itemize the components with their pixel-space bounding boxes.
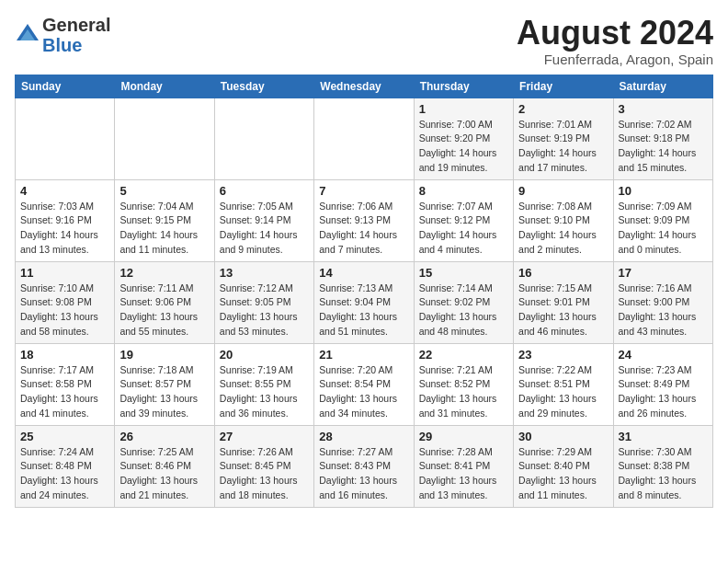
calendar-header-row: SundayMondayTuesdayWednesdayThursdayFrid… [16, 75, 713, 98]
calendar-cell: 23Sunrise: 7:22 AMSunset: 8:51 PMDayligh… [514, 343, 613, 425]
day-info: Sunrise: 7:08 AMSunset: 9:10 PMDaylight:… [518, 200, 608, 258]
calendar-cell: 12Sunrise: 7:11 AMSunset: 9:06 PMDayligh… [115, 261, 214, 343]
calendar-week-row: 4Sunrise: 7:03 AMSunset: 9:16 PMDaylight… [16, 179, 713, 261]
calendar-cell: 25Sunrise: 7:24 AMSunset: 8:48 PMDayligh… [16, 425, 115, 507]
day-info: Sunrise: 7:06 AMSunset: 9:13 PMDaylight:… [319, 200, 408, 258]
day-number: 22 [419, 348, 508, 362]
day-number: 5 [119, 184, 209, 198]
day-number: 16 [518, 266, 608, 280]
day-number: 8 [419, 184, 508, 198]
month-title: August 2024 [517, 15, 713, 52]
calendar-cell [16, 98, 115, 179]
day-info: Sunrise: 7:07 AMSunset: 9:12 PMDaylight:… [419, 200, 508, 258]
day-info: Sunrise: 7:25 AMSunset: 8:46 PMDaylight:… [119, 445, 209, 503]
calendar-cell: 24Sunrise: 7:23 AMSunset: 8:49 PMDayligh… [613, 343, 712, 425]
calendar-cell: 20Sunrise: 7:19 AMSunset: 8:55 PMDayligh… [214, 343, 313, 425]
day-number: 24 [619, 348, 708, 362]
calendar-cell: 16Sunrise: 7:15 AMSunset: 9:01 PMDayligh… [514, 261, 613, 343]
day-info: Sunrise: 7:09 AMSunset: 9:09 PMDaylight:… [619, 200, 708, 258]
day-number: 6 [220, 184, 309, 198]
calendar-cell: 31Sunrise: 7:30 AMSunset: 8:38 PMDayligh… [613, 425, 712, 507]
page-header: General Blue August 2024 Fuenferrada, Ar… [15, 15, 713, 67]
calendar-cell: 3Sunrise: 7:02 AMSunset: 9:18 PMDaylight… [613, 98, 712, 179]
day-info: Sunrise: 7:03 AMSunset: 9:16 PMDaylight:… [20, 200, 109, 258]
calendar-cell: 17Sunrise: 7:16 AMSunset: 9:00 PMDayligh… [613, 261, 712, 343]
day-info: Sunrise: 7:22 AMSunset: 8:51 PMDaylight:… [518, 363, 608, 421]
day-number: 13 [220, 266, 309, 280]
day-number: 21 [319, 348, 408, 362]
day-info: Sunrise: 7:02 AMSunset: 9:18 PMDaylight:… [619, 118, 708, 176]
day-info: Sunrise: 7:28 AMSunset: 8:41 PMDaylight:… [419, 445, 508, 503]
day-number: 9 [518, 184, 608, 198]
calendar-cell: 27Sunrise: 7:26 AMSunset: 8:45 PMDayligh… [214, 425, 313, 507]
calendar-cell: 15Sunrise: 7:14 AMSunset: 9:02 PMDayligh… [414, 261, 513, 343]
day-info: Sunrise: 7:13 AMSunset: 9:04 PMDaylight:… [319, 282, 408, 339]
title-block: August 2024 Fuenferrada, Aragon, Spain [517, 15, 713, 67]
calendar-cell [314, 98, 414, 179]
day-number: 29 [419, 430, 508, 443]
day-number: 12 [119, 266, 209, 280]
day-info: Sunrise: 7:30 AMSunset: 8:38 PMDaylight:… [619, 445, 708, 503]
day-number: 15 [419, 266, 508, 280]
day-number: 11 [20, 266, 109, 280]
day-number: 25 [20, 430, 109, 443]
day-info: Sunrise: 7:21 AMSunset: 8:52 PMDaylight:… [419, 363, 508, 421]
calendar-cell: 13Sunrise: 7:12 AMSunset: 9:05 PMDayligh… [214, 261, 313, 343]
col-header-tuesday: Tuesday [214, 75, 313, 98]
day-number: 2 [518, 102, 608, 116]
day-number: 28 [319, 430, 408, 443]
calendar-cell: 22Sunrise: 7:21 AMSunset: 8:52 PMDayligh… [414, 343, 513, 425]
col-header-friday: Friday [514, 75, 613, 98]
day-info: Sunrise: 7:16 AMSunset: 9:00 PMDaylight:… [619, 282, 708, 339]
day-number: 7 [319, 184, 408, 198]
col-header-thursday: Thursday [414, 75, 513, 98]
calendar-cell: 7Sunrise: 7:06 AMSunset: 9:13 PMDaylight… [314, 179, 414, 261]
calendar-cell: 2Sunrise: 7:01 AMSunset: 9:19 PMDaylight… [514, 98, 613, 179]
calendar-cell [214, 98, 313, 179]
calendar-body: 1Sunrise: 7:00 AMSunset: 9:20 PMDaylight… [16, 98, 713, 507]
calendar-cell: 11Sunrise: 7:10 AMSunset: 9:08 PMDayligh… [16, 261, 115, 343]
logo-icon [15, 22, 40, 48]
day-number: 19 [119, 348, 209, 362]
col-header-sunday: Sunday [16, 75, 115, 98]
calendar-cell [115, 98, 214, 179]
calendar-table: SundayMondayTuesdayWednesdayThursdayFrid… [15, 75, 713, 508]
day-info: Sunrise: 7:04 AMSunset: 9:15 PMDaylight:… [119, 200, 209, 258]
calendar-cell: 28Sunrise: 7:27 AMSunset: 8:43 PMDayligh… [314, 425, 414, 507]
day-number: 27 [220, 430, 309, 443]
day-number: 3 [619, 102, 708, 116]
calendar-cell: 9Sunrise: 7:08 AMSunset: 9:10 PMDaylight… [514, 179, 613, 261]
day-number: 18 [20, 348, 109, 362]
col-header-monday: Monday [115, 75, 214, 98]
day-number: 14 [319, 266, 408, 280]
day-info: Sunrise: 7:15 AMSunset: 9:01 PMDaylight:… [518, 282, 608, 339]
day-number: 31 [619, 430, 708, 443]
day-number: 30 [518, 430, 608, 443]
col-header-wednesday: Wednesday [314, 75, 414, 98]
calendar-cell: 14Sunrise: 7:13 AMSunset: 9:04 PMDayligh… [314, 261, 414, 343]
calendar-week-row: 1Sunrise: 7:00 AMSunset: 9:20 PMDaylight… [16, 98, 713, 179]
location-subtitle: Fuenferrada, Aragon, Spain [517, 52, 713, 67]
day-info: Sunrise: 7:26 AMSunset: 8:45 PMDaylight:… [220, 445, 309, 503]
day-number: 4 [20, 184, 109, 198]
calendar-cell: 8Sunrise: 7:07 AMSunset: 9:12 PMDaylight… [414, 179, 513, 261]
day-number: 10 [619, 184, 708, 198]
day-info: Sunrise: 7:19 AMSunset: 8:55 PMDaylight:… [220, 363, 309, 421]
calendar-week-row: 18Sunrise: 7:17 AMSunset: 8:58 PMDayligh… [16, 343, 713, 425]
calendar-week-row: 11Sunrise: 7:10 AMSunset: 9:08 PMDayligh… [16, 261, 713, 343]
calendar-cell: 19Sunrise: 7:18 AMSunset: 8:57 PMDayligh… [115, 343, 214, 425]
calendar-cell: 4Sunrise: 7:03 AMSunset: 9:16 PMDaylight… [16, 179, 115, 261]
calendar-cell: 26Sunrise: 7:25 AMSunset: 8:46 PMDayligh… [115, 425, 214, 507]
day-info: Sunrise: 7:18 AMSunset: 8:57 PMDaylight:… [119, 363, 209, 421]
day-info: Sunrise: 7:00 AMSunset: 9:20 PMDaylight:… [419, 118, 508, 176]
day-info: Sunrise: 7:27 AMSunset: 8:43 PMDaylight:… [319, 445, 408, 503]
day-info: Sunrise: 7:20 AMSunset: 8:54 PMDaylight:… [319, 363, 408, 421]
day-info: Sunrise: 7:17 AMSunset: 8:58 PMDaylight:… [20, 363, 109, 421]
calendar-cell: 21Sunrise: 7:20 AMSunset: 8:54 PMDayligh… [314, 343, 414, 425]
calendar-cell: 18Sunrise: 7:17 AMSunset: 8:58 PMDayligh… [16, 343, 115, 425]
calendar-cell: 10Sunrise: 7:09 AMSunset: 9:09 PMDayligh… [613, 179, 712, 261]
day-number: 17 [619, 266, 708, 280]
day-info: Sunrise: 7:05 AMSunset: 9:14 PMDaylight:… [220, 200, 309, 258]
calendar-cell: 29Sunrise: 7:28 AMSunset: 8:41 PMDayligh… [414, 425, 513, 507]
day-number: 23 [518, 348, 608, 362]
